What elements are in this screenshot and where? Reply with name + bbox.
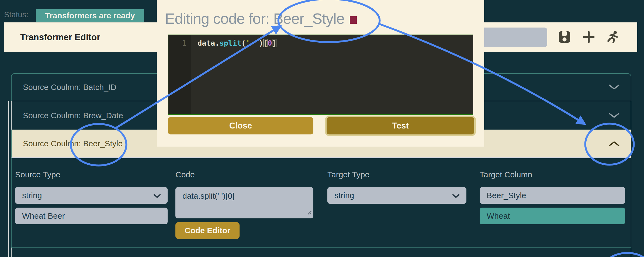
cursor-block-icon	[350, 16, 357, 24]
resize-handle-icon[interactable]	[306, 208, 312, 217]
chevron-up-icon	[609, 139, 619, 148]
page-title: Transformer Editor	[20, 32, 100, 42]
code-column: Code data.split(' ')[0] Code Editor	[175, 158, 313, 239]
code-textarea[interactable]: data.split(' ')[0]	[175, 187, 313, 218]
chevron-down-icon	[609, 111, 619, 120]
source-type-select[interactable]: string	[15, 187, 168, 204]
source-sample-value: Wheat Beer	[22, 211, 65, 221]
editor-code-line[interactable]: data.split(' ')[0]	[191, 35, 473, 114]
source-type-column: Source Type string Wheat Beer	[15, 158, 168, 224]
target-type-select[interactable]: string	[327, 187, 466, 204]
close-button[interactable]: Close	[168, 117, 313, 134]
source-sample-field[interactable]: Wheat Beer	[15, 208, 168, 224]
chevron-down-icon	[609, 83, 619, 92]
code-textarea-value: data.split(' ')[0]	[182, 191, 234, 200]
test-button[interactable]: Test	[327, 117, 474, 134]
target-result-value: Wheat	[487, 211, 510, 221]
target-type-value: string	[334, 191, 354, 200]
status-label: Status:	[4, 10, 28, 19]
focus-edge-line	[8, 101, 9, 257]
target-column-label: Target Column	[480, 170, 625, 179]
editor-line-number: 1	[168, 35, 191, 114]
app-root: Status: Transformers are ready Transform…	[0, 0, 644, 257]
accordion-item-label: Source Coulmn: Brew_Date	[23, 111, 123, 120]
target-result-field: Wheat	[480, 208, 625, 224]
add-button[interactable]	[582, 30, 596, 44]
runner-icon	[607, 31, 619, 44]
code-editor-modal: Editing code for: Beer_Style 1 data.spli…	[157, 0, 484, 147]
modal-title: Editing code for: Beer_Style	[165, 10, 344, 27]
save-icon	[558, 31, 571, 44]
accordion-item-label: Source Coulmn: Beer_Style	[23, 139, 123, 148]
target-column-field[interactable]: Beer_Style	[480, 187, 625, 204]
header-toolbar	[470, 28, 620, 47]
code-label: Code	[175, 170, 313, 179]
modal-title-row: Editing code for: Beer_Style	[165, 10, 357, 27]
plus-icon	[583, 31, 595, 44]
accordion-item-label: Source Coulmn: Batch_ID	[23, 83, 116, 92]
target-type-column: Target Type string	[327, 158, 466, 204]
chevron-down-icon	[154, 191, 161, 200]
beer-style-panel: Source Type string Wheat Beer Code data	[11, 158, 631, 248]
modal-code-editor[interactable]: 1 data.split(' ')[0]	[168, 35, 473, 115]
status-badge: Transformers are ready	[36, 9, 144, 22]
source-type-label: Source Type	[15, 170, 168, 179]
accordion-item-next[interactable]	[11, 248, 631, 257]
source-type-value: string	[22, 191, 42, 200]
target-column-value: Beer_Style	[487, 191, 526, 200]
save-button[interactable]	[558, 30, 572, 44]
chevron-down-icon	[452, 191, 459, 200]
target-column-column: Target Column Beer_Style Wheat	[480, 158, 625, 224]
run-button[interactable]	[606, 30, 620, 44]
code-editor-button[interactable]: Code Editor	[175, 222, 240, 239]
target-type-label: Target Type	[327, 170, 466, 179]
